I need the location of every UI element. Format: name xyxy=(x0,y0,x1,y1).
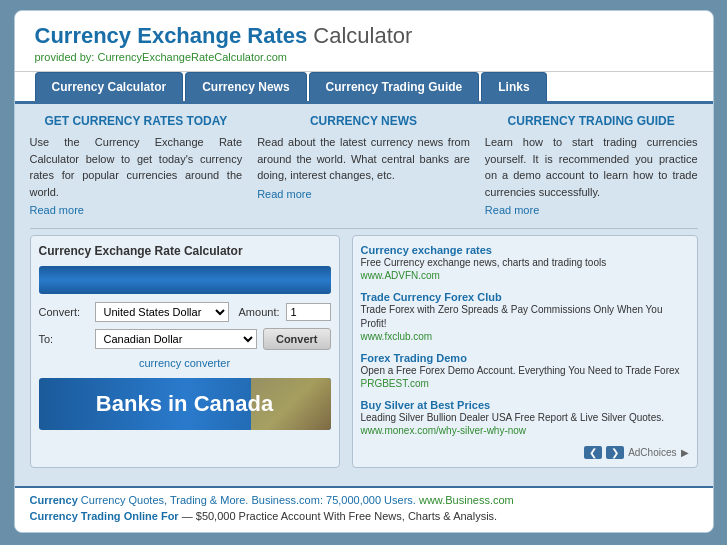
calculator-box: Currency Exchange Rate Calculator Conver… xyxy=(30,235,340,468)
ad-choices-label: AdChoices xyxy=(628,447,676,458)
ad-item-3: Forex Trading Demo Open a Free Forex Dem… xyxy=(361,352,689,389)
ad-text-3: Open a Free Forex Demo Account. Everythi… xyxy=(361,364,689,378)
col-trading-text: Learn how to start trading currencies yo… xyxy=(485,134,698,200)
ad-title-2[interactable]: Trade Currency Forex Club xyxy=(361,291,689,303)
ad-text-1: Free Currency exchange news, charts and … xyxy=(361,256,689,270)
bottom-ad-row-1: Currency Currency Quotes, Trading & More… xyxy=(30,494,698,506)
site-subtitle: provided by: CurrencyExchangeRateCalcula… xyxy=(35,51,693,63)
ad-choices-bar: ❮ ❯ AdChoices ▶ xyxy=(361,446,689,459)
calculator-title: Currency Exchange Rate Calculator xyxy=(39,244,331,258)
from-currency-select[interactable]: United States Dollar Euro British Pound xyxy=(95,302,229,322)
tab-links[interactable]: Links xyxy=(481,72,546,101)
ad-text-2: Trade Forex with Zero Spreads & Pay Comm… xyxy=(361,303,689,331)
title-currency: Currency xyxy=(35,23,132,48)
col-trading-title: CURRENCY TRADING GUIDE xyxy=(485,114,698,128)
col-get-rates: GET CURRENCY RATES TODAY Use the Currenc… xyxy=(30,114,243,216)
ad-title-3[interactable]: Forex Trading Demo xyxy=(361,352,689,364)
tab-trading-guide[interactable]: Currency Trading Guide xyxy=(309,72,480,101)
ad-url-3: PRGBEST.com xyxy=(361,378,689,389)
col-trading-read-more[interactable]: Read more xyxy=(485,204,698,216)
banks-banner[interactable]: Banks in Canada xyxy=(39,378,331,430)
convert-button[interactable]: Convert xyxy=(263,328,331,350)
col-news-title: CURRENCY NEWS xyxy=(257,114,470,128)
to-label: To: xyxy=(39,333,89,345)
ad-item-1: Currency exchange rates Free Currency ex… xyxy=(361,244,689,281)
col-trading: CURRENCY TRADING GUIDE Learn how to star… xyxy=(485,114,698,216)
bottom-ad-1-text: Currency Quotes, Trading & More. Busines… xyxy=(81,494,419,506)
amount-input[interactable] xyxy=(286,303,331,321)
to-row: To: Canadian Dollar Euro British Pound C… xyxy=(39,328,331,350)
ad-next-button[interactable]: ❯ xyxy=(606,446,624,459)
bottom-ad-2-highlight: Currency Trading Online For xyxy=(30,510,179,522)
header: Currency Exchange Rates Calculator provi… xyxy=(15,11,713,72)
col-news-read-more[interactable]: Read more xyxy=(257,188,470,200)
ad-title-4[interactable]: Buy Silver at Best Prices xyxy=(361,399,689,411)
ad-choices-icon: ▶ xyxy=(681,447,689,458)
nav-tabs: Currency Calculator Currency News Curren… xyxy=(15,72,713,104)
currency-converter-anchor[interactable]: currency converter xyxy=(139,357,230,369)
to-currency-select[interactable]: Canadian Dollar Euro British Pound xyxy=(95,329,257,349)
tab-currency-news[interactable]: Currency News xyxy=(185,72,306,101)
ads-box: Currency exchange rates Free Currency ex… xyxy=(352,235,698,468)
convert-row: Convert: United States Dollar Euro Briti… xyxy=(39,302,331,322)
ad-url-1: www.ADVFN.com xyxy=(361,270,689,281)
title-rates: Rates xyxy=(247,23,307,48)
bottom-ad-2-text: — $50,000 Practice Account With Free New… xyxy=(182,510,497,522)
bottom-ad-1-url[interactable]: www.Business.com xyxy=(419,494,514,506)
divider xyxy=(30,228,698,229)
ad-url-2: www.fxclub.com xyxy=(361,331,689,342)
banks-banner-text: Banks in Canada xyxy=(96,391,273,417)
amount-label: Amount: xyxy=(239,306,280,318)
ad-item-4: Buy Silver at Best Prices Leading Silver… xyxy=(361,399,689,436)
tab-currency-calculator[interactable]: Currency Calculator xyxy=(35,72,184,101)
title-calculator: Calculator xyxy=(313,23,412,48)
intro-columns: GET CURRENCY RATES TODAY Use the Currenc… xyxy=(30,114,698,216)
currency-converter-link: currency converter xyxy=(39,356,331,370)
ad-title-1[interactable]: Currency exchange rates xyxy=(361,244,689,256)
bottom-ad-1-highlight: Currency xyxy=(30,494,78,506)
col-rates-text: Use the Currency Exchange Rate Calculato… xyxy=(30,134,243,200)
title-exchange: Exchange xyxy=(137,23,241,48)
col-news: CURRENCY NEWS Read about the latest curr… xyxy=(257,114,470,216)
bottom-ad-row-2: Currency Trading Online For — $50,000 Pr… xyxy=(30,510,698,522)
ad-prev-button[interactable]: ❮ xyxy=(584,446,602,459)
main-container: Currency Exchange Rates Calculator provi… xyxy=(14,10,714,533)
col-rates-title: GET CURRENCY RATES TODAY xyxy=(30,114,243,128)
ad-text-4: Leading Silver Bullion Dealer USA Free R… xyxy=(361,411,689,425)
bottom-ads: Currency Currency Quotes, Trading & More… xyxy=(15,486,713,532)
flag-bar xyxy=(39,266,331,294)
col-news-text: Read about the latest currency news from… xyxy=(257,134,470,184)
ad-url-4: www.monex.com/why-silver-why-now xyxy=(361,425,689,436)
ad-item-2: Trade Currency Forex Club Trade Forex wi… xyxy=(361,291,689,342)
main-row: Currency Exchange Rate Calculator Conver… xyxy=(30,235,698,468)
convert-label: Convert: xyxy=(39,306,89,318)
content-area: GET CURRENCY RATES TODAY Use the Currenc… xyxy=(15,104,713,478)
site-title: Currency Exchange Rates Calculator xyxy=(35,23,693,49)
col-rates-read-more[interactable]: Read more xyxy=(30,204,243,216)
